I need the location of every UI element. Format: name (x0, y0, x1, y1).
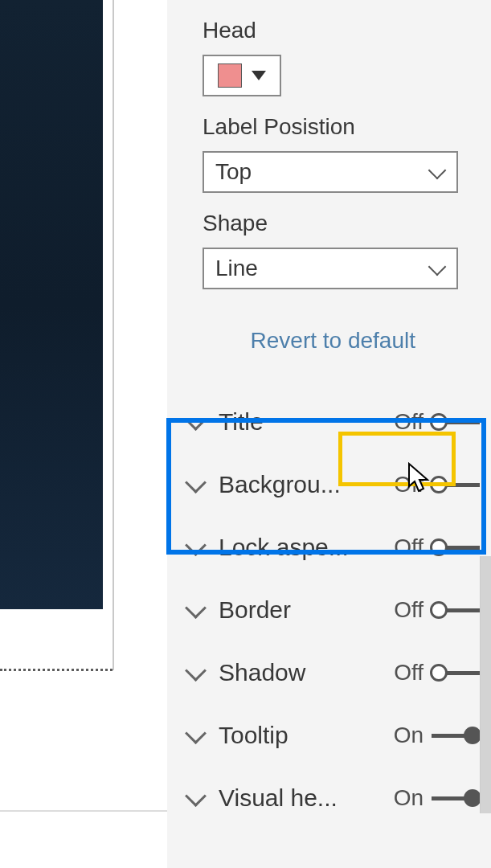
toggle-wrap: Off (394, 597, 480, 623)
canvas-page-boundary (0, 669, 113, 671)
shape-value: Line (215, 256, 258, 281)
option-row[interactable]: TooltipOn (167, 704, 491, 767)
chevron-down-icon (185, 538, 204, 557)
option-row[interactable]: TitleOff (167, 391, 491, 453)
toggle-switch[interactable] (432, 664, 480, 682)
head-label: Head (203, 18, 456, 43)
chevron-down-icon (185, 663, 204, 682)
option-label: Title (219, 408, 355, 436)
head-color-dropdown[interactable] (203, 55, 281, 96)
toggle-switch[interactable] (432, 476, 480, 493)
toggle-switch[interactable] (432, 538, 480, 556)
toggle-wrap: Off (394, 472, 480, 497)
revert-to-default-link[interactable]: Revert to default (203, 328, 456, 354)
shape-field: Shape Line (203, 211, 456, 289)
option-label: Lock aspe... (219, 534, 355, 561)
shape-section: Head Label Posistion Top Shape Line Reve… (167, 18, 491, 370)
option-row[interactable]: Backgrou...Off (167, 453, 491, 516)
toggle-state-text: Off (394, 472, 423, 497)
option-label: Border (219, 596, 355, 624)
shape-dropdown[interactable]: Line (203, 248, 458, 289)
chevron-down-icon (185, 788, 204, 808)
toggle-wrap: On (394, 785, 480, 811)
toggle-state-text: On (394, 785, 423, 811)
label-position-field: Label Posistion Top (203, 114, 456, 193)
label-position-value: Top (215, 159, 252, 185)
option-row[interactable]: BorderOff (167, 579, 491, 641)
chevron-down-icon (185, 600, 204, 620)
shape-label: Shape (203, 211, 456, 236)
chevron-down-icon (185, 475, 204, 494)
chevron-down-icon (185, 412, 204, 432)
caret-down-icon (252, 71, 266, 80)
chevron-down-icon (185, 726, 204, 745)
label-position-label: Label Posistion (203, 114, 456, 140)
toggle-wrap: Off (394, 660, 480, 686)
label-position-dropdown[interactable]: Top (203, 151, 458, 193)
option-row[interactable]: ShadowOff (167, 641, 491, 704)
toggle-state-text: On (394, 723, 423, 748)
head-field: Head (203, 18, 456, 96)
chevron-down-icon (429, 260, 445, 276)
toggle-switch[interactable] (432, 601, 480, 619)
option-row[interactable]: Visual he...On (167, 767, 491, 829)
toggle-wrap: On (394, 723, 480, 748)
formatting-pane: Head Label Posistion Top Shape Line Reve… (167, 0, 491, 868)
option-label: Backgrou... (219, 471, 355, 498)
canvas-border (113, 0, 114, 670)
option-label: Visual he... (219, 784, 355, 812)
toggle-state-text: Off (394, 660, 423, 686)
option-row[interactable]: Lock aspe...Off (167, 516, 491, 579)
visual-thumbnail[interactable] (0, 0, 103, 609)
toggle-switch[interactable] (432, 413, 480, 431)
color-swatch (218, 63, 242, 88)
chevron-down-icon (429, 164, 445, 180)
format-options-list: TitleOffBackgrou...OffLock aspe...OffBor… (167, 391, 491, 829)
toggle-wrap: Off (394, 534, 480, 560)
option-label: Tooltip (219, 722, 355, 749)
scrollbar[interactable] (480, 556, 491, 813)
toggle-state-text: Off (394, 534, 423, 560)
toggle-switch[interactable] (432, 789, 480, 807)
toggle-state-text: Off (394, 409, 423, 435)
toggle-switch[interactable] (432, 727, 480, 744)
option-label: Shadow (219, 659, 355, 686)
report-canvas-sliver (0, 0, 117, 810)
toggle-state-text: Off (394, 597, 423, 623)
toggle-wrap: Off (394, 409, 480, 435)
